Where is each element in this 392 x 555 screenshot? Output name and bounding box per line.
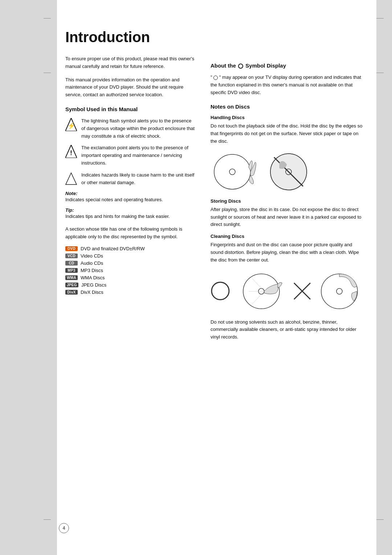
main-content: Introduction To ensure proper use of thi… <box>65 29 363 345</box>
page-number: 4 <box>59 523 69 533</box>
disc-type-list: DVDDVD and finalized DVD±R/RWVCDVideo CD… <box>65 246 196 295</box>
note-text: Indicates special notes and operating fe… <box>65 197 163 202</box>
tip-label: Tip: <box>65 207 74 213</box>
cleaning-discs-text: Fingerprints and dust on the disc can ca… <box>211 241 363 264</box>
disc-badge: JPEG <box>65 283 78 287</box>
left-sidebar <box>0 0 57 555</box>
disc-item: WMAWMA Discs <box>65 275 196 280</box>
exclaim-warning-row: ! The exclamation point alerts you to th… <box>65 144 196 167</box>
disc-item: JPEGJPEG Discs <box>65 282 196 288</box>
right-sidebar <box>376 0 392 555</box>
disc-item: MP3MP3 Discs <box>65 268 196 273</box>
right-line-bot <box>376 519 384 520</box>
symbol-section-title: Symbol Used in this Manual <box>65 106 196 112</box>
left-column: To ensure proper use of this product, pl… <box>65 55 196 345</box>
two-column-layout: To ensure proper use of this product, pl… <box>65 55 363 345</box>
svg-point-5 <box>214 154 250 189</box>
hazard-text: Indicates hazards likely to cause harm t… <box>81 171 196 187</box>
about-para: " " may appear on your TV display during… <box>211 74 363 96</box>
disc-label: JPEG Discs <box>81 282 106 288</box>
section-note: A section whose title has one of the fol… <box>65 226 196 241</box>
clean-wrong-image <box>319 271 359 311</box>
hazard-icon <box>65 172 77 186</box>
handling-discs-title: Handling Discs <box>211 115 363 120</box>
disc-correct-image <box>211 152 258 192</box>
storing-discs-text: After playing, store the disc in its cas… <box>211 206 363 228</box>
lightning-icon: ⚡ <box>65 118 77 132</box>
prohibited-symbol-icon <box>238 64 243 69</box>
tip-block: Tip: Indicates tips and hints for making… <box>65 207 196 220</box>
svg-line-14 <box>252 279 264 291</box>
disc-item: VCDVideo CDs <box>65 253 196 259</box>
disc-item: DVDDVD and finalized DVD±R/RW <box>65 246 196 251</box>
disc-label: WMA Discs <box>81 275 105 280</box>
hazard-warning-row: Indicates hazards likely to cause harm t… <box>65 171 196 187</box>
svg-text:!: ! <box>70 149 72 157</box>
right-column: About the Symbol Display " " may appear … <box>211 55 363 345</box>
disc-item: DivXDivX Discs <box>65 289 196 295</box>
svg-point-20 <box>336 288 342 294</box>
notes-on-discs-title: Notes on Discs <box>211 104 363 110</box>
note-label: Note: <box>65 191 77 196</box>
tip-text: Indicates tips and hints for making the … <box>65 214 170 219</box>
svg-text:⚡: ⚡ <box>67 122 75 130</box>
exclaim-icon: ! <box>65 145 77 159</box>
svg-point-11 <box>212 282 229 300</box>
disc-label: Audio CDs <box>81 260 103 266</box>
clean-correct-image <box>238 271 285 311</box>
cleaning-disc-images <box>211 271 363 311</box>
left-line-mid <box>44 73 51 73</box>
handling-discs-text: Do not touch the playback side of the di… <box>211 122 363 145</box>
disc-badge: DivX <box>65 290 78 295</box>
exclaim-text: The exclamation point alerts you to the … <box>81 144 196 167</box>
solvents-text: Do not use strong solvents such as alcoh… <box>211 319 363 341</box>
disc-badge: VCD <box>65 254 78 258</box>
disc-label: DivX Discs <box>81 289 103 295</box>
disc-badge: MP3 <box>65 268 78 273</box>
disc-handling-images <box>211 152 363 192</box>
note-block: Note: Indicates special notes and operat… <box>65 191 196 204</box>
clean-correct-symbol <box>211 281 230 301</box>
disc-label: DVD and finalized DVD±R/RW <box>81 246 145 251</box>
disc-item: CDAudio CDs <box>65 260 196 266</box>
storing-discs-title: Storing Discs <box>211 198 363 204</box>
cleaning-discs-title: Cleaning Discs <box>211 234 363 239</box>
left-line-top <box>44 18 51 19</box>
disc-badge: DVD <box>65 246 78 251</box>
page-title: Introduction <box>65 29 363 45</box>
intro-para2: This manual provides information on the … <box>65 76 196 99</box>
lightning-warning-row: ⚡ The lightning flash symbol alerts you … <box>65 117 196 140</box>
svg-line-16 <box>252 291 264 304</box>
right-line-mid <box>376 73 384 73</box>
disc-badge: WMA <box>65 275 78 280</box>
disc-badge: CD <box>65 261 78 266</box>
svg-point-6 <box>229 169 235 175</box>
prohibited-symbol-small <box>213 76 218 80</box>
about-section-title: About the Symbol Display <box>211 62 363 69</box>
disc-label: MP3 Discs <box>81 268 103 273</box>
svg-marker-4 <box>66 173 77 185</box>
clean-wrong-symbol <box>292 281 312 301</box>
right-line-top <box>376 18 384 19</box>
left-line-bot <box>44 519 51 520</box>
lightning-text: The lightning flash symbol alerts you to… <box>81 117 196 140</box>
intro-para1: To ensure proper use of this product, pl… <box>65 55 196 70</box>
disc-label: Video CDs <box>81 253 103 259</box>
disc-wrong-image <box>269 152 309 192</box>
